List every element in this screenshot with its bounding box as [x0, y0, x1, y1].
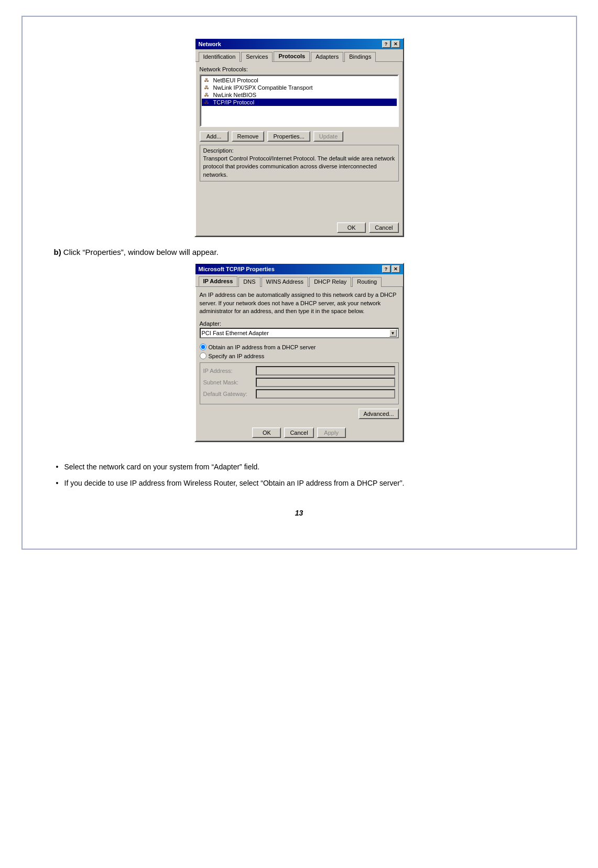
list-item: If you decide to use IP address from Wir…: [54, 477, 405, 489]
ok-button[interactable]: OK: [337, 222, 366, 233]
tcpip-ok-button[interactable]: OK: [252, 427, 281, 438]
network-dialog-title: Network: [199, 41, 221, 47]
radio-specify-label: Specify an IP address: [209, 353, 265, 359]
tab-wins-address[interactable]: WINS Address: [262, 277, 309, 287]
tcpip-titlebar-btns: ? ✕: [382, 265, 400, 273]
close-button[interactable]: ✕: [392, 40, 400, 48]
tcpip-dialog-container: Microsoft TCP/IP Properties ? ✕ IP Addre…: [54, 263, 545, 442]
tab-dhcp-relay[interactable]: DHCP Relay: [309, 277, 351, 287]
protocols-listbox[interactable]: 🖧 NetBEUI Protocol 🖧 NwLink IPX/SPX Comp…: [200, 74, 399, 127]
tcpip-body: An IP address can be automatically assig…: [195, 287, 403, 423]
network-ok-cancel-row: OK Cancel: [195, 222, 403, 236]
tcpip-titlebar: Microsoft TCP/IP Properties ? ✕: [195, 264, 403, 274]
tab-dns[interactable]: DNS: [238, 277, 260, 287]
tab-services[interactable]: Services: [241, 52, 273, 62]
tcpip-title: Microsoft TCP/IP Properties: [199, 266, 275, 272]
ip-address-row: IP Address:: [203, 366, 395, 376]
tcpip-info-text: An IP address can be automatically assig…: [200, 291, 399, 315]
network-dialog-container: Network ? ✕ Identification Services Prot…: [54, 38, 545, 237]
tcpip-help-button[interactable]: ?: [382, 265, 390, 273]
tab-bindings[interactable]: Bindings: [344, 52, 376, 62]
properties-button[interactable]: Properties...: [267, 131, 310, 142]
page-container: Network ? ✕ Identification Services Prot…: [21, 16, 577, 550]
tcpip-cancel-button[interactable]: Cancel: [284, 427, 313, 438]
dropdown-arrow-icon[interactable]: ▼: [389, 329, 397, 337]
radio-dhcp-input[interactable]: [200, 344, 206, 350]
tab-ip-address[interactable]: IP Address: [199, 276, 238, 286]
list-item[interactable]: 🖧 NetBEUI Protocol: [202, 77, 397, 84]
subnet-mask-label: Subnet Mask:: [203, 379, 256, 385]
bullet-list: Select the network card on your system f…: [54, 461, 405, 493]
network-dialog-titlebar: Network ? ✕: [195, 39, 403, 49]
update-button[interactable]: Update: [313, 131, 343, 142]
tab-adapters[interactable]: Adapters: [311, 52, 343, 62]
protocol-name: NetBEUI Protocol: [213, 77, 258, 83]
list-item[interactable]: 🖧 NwLink IPX/SPX Compatible Transport: [202, 84, 397, 91]
tcpip-close-button[interactable]: ✕: [392, 265, 400, 273]
radio-dhcp[interactable]: Obtain an IP address from a DHCP server: [200, 344, 399, 350]
ip-address-label: IP Address:: [203, 368, 256, 374]
description-group: Description: Transport Control Protocol/…: [200, 145, 399, 181]
cancel-button[interactable]: Cancel: [369, 222, 398, 233]
adapter-label: Adapter:: [200, 320, 399, 327]
protocol-button-row: Add... Remove Properties... Update: [200, 131, 399, 142]
description-label: Description:: [203, 147, 395, 154]
radio-dhcp-label: Obtain an IP address from a DHCP server: [209, 344, 316, 350]
add-button[interactable]: Add...: [200, 131, 229, 142]
radio-specify[interactable]: Specify an IP address: [200, 352, 399, 359]
default-gateway-row: Default Gateway:: [203, 389, 395, 399]
tab-protocols[interactable]: Protocols: [274, 51, 310, 61]
advanced-row: Advanced...: [200, 409, 399, 419]
tcpip-bottom-row: OK Cancel Apply: [195, 427, 403, 441]
protocol-name: TCP/IP Protocol: [213, 99, 255, 105]
radio-specify-input[interactable]: [200, 352, 206, 359]
list-item-selected[interactable]: 🖧 TCP/IP Protocol: [202, 99, 397, 106]
page-number: 13: [295, 509, 303, 517]
bullet-text-2: If you decide to use IP address from Wir…: [64, 479, 405, 487]
radio-group: Obtain an IP address from a DHCP server …: [200, 344, 399, 359]
tcpip-tab-bar: IP Address DNS WINS Address DHCP Relay R…: [195, 274, 403, 287]
protocol-icon: 🖧: [203, 84, 211, 91]
bullet-text-1: Select the network card on your system f…: [64, 463, 260, 471]
adapter-dropdown[interactable]: PCI Fast Ethernet Adapter ▼: [200, 328, 399, 338]
subnet-mask-row: Subnet Mask:: [203, 378, 395, 387]
protocol-name: NwLink IPX/SPX Compatible Transport: [213, 84, 313, 91]
list-item[interactable]: 🖧 NwLink NetBIOS: [202, 91, 397, 99]
network-dialog: Network ? ✕ Identification Services Prot…: [194, 38, 404, 237]
section-b-text: Click “Properties”, window below will ap…: [63, 248, 219, 256]
section-b-label: b) Click “Properties”, window below will…: [54, 248, 219, 256]
protocol-icon: 🖧: [203, 77, 211, 83]
protocol-icon: 🖧: [203, 92, 211, 98]
ip-field-group: IP Address: Subnet Mask: Default Gateway…: [200, 362, 399, 404]
tcpip-apply-button[interactable]: Apply: [317, 427, 346, 438]
subnet-mask-input[interactable]: [256, 378, 395, 387]
help-button[interactable]: ?: [382, 40, 390, 48]
tab-routing[interactable]: Routing: [352, 277, 382, 287]
default-gateway-label: Default Gateway:: [203, 391, 256, 397]
titlebar-buttons: ? ✕: [382, 40, 400, 48]
network-dialog-body: Network Protocols: 🖧 NetBEUI Protocol 🖧 …: [195, 62, 403, 217]
network-protocols-label: Network Protocols:: [200, 66, 399, 72]
tcpip-dialog: Microsoft TCP/IP Properties ? ✕ IP Addre…: [194, 263, 404, 442]
network-tab-bar: Identification Services Protocols Adapte…: [195, 49, 403, 62]
protocol-icon: 🖧: [203, 99, 211, 105]
default-gateway-input[interactable]: [256, 389, 395, 399]
protocol-name: NwLink NetBIOS: [213, 92, 257, 98]
section-b-letter: b): [54, 248, 61, 256]
adapter-value: PCI Fast Ethernet Adapter: [202, 330, 269, 336]
description-text: Transport Control Protocol/Internet Prot…: [203, 155, 395, 179]
list-item: Select the network card on your system f…: [54, 461, 405, 473]
tab-identification[interactable]: Identification: [199, 52, 241, 62]
advanced-button[interactable]: Advanced...: [358, 409, 398, 419]
remove-button[interactable]: Remove: [232, 131, 265, 142]
ip-address-input[interactable]: [256, 366, 395, 376]
